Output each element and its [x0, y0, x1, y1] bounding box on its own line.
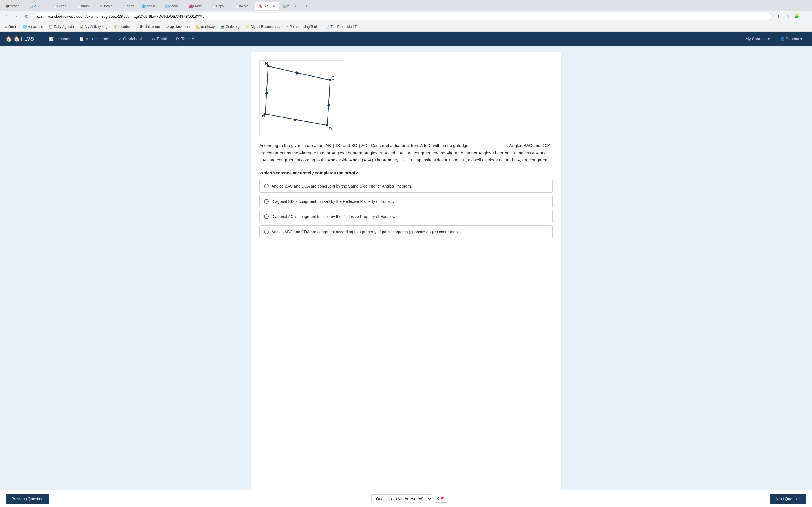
- choice-c-radio[interactable]: [264, 214, 269, 219]
- bookmark-digital-resources-label: Digital Resources...: [251, 25, 280, 29]
- bookmark-digital-resources[interactable]: 📁 Digital Resources...: [243, 24, 282, 30]
- tab-born[interactable]: ✳ Born a...: [96, 2, 119, 10]
- bookmark-ap-classroom-label: ap classroom: [170, 25, 190, 29]
- tab-born-label: Born a...: [103, 4, 115, 8]
- menu-icon[interactable]: ⋮: [802, 12, 810, 20]
- classroom-icon: 🎓: [139, 25, 143, 29]
- assessments-icon: 📋: [79, 37, 84, 41]
- nav-email[interactable]: ✉ Email: [148, 34, 170, 43]
- nav-lessons[interactable]: 📝 Lessons: [45, 34, 74, 43]
- tab-summ[interactable]: 📄 summ...: [73, 2, 96, 10]
- content-card: B C A D According to the given informati…: [251, 52, 561, 491]
- nav-gradebook[interactable]: ✔ Gradebook: [114, 34, 147, 43]
- tab-bar: 🎓 Acade... 📊 2022-... 📄 extrac... 📄 summ…: [0, 0, 812, 11]
- svg-marker-7: [327, 103, 331, 106]
- choice-d-text: Angles ABC and CDA are congruent accordi…: [271, 230, 459, 234]
- bookmark-activity-log[interactable]: 📊 My Activity Log: [77, 24, 110, 30]
- svg-marker-6: [265, 91, 268, 94]
- bookmark-icon[interactable]: ☆: [784, 12, 792, 20]
- new-tab-button[interactable]: +: [303, 3, 310, 9]
- flvs-nav: 🏠 🏠 FLVS 📝 Lessons 📋 Assessments ✔ Grade…: [0, 32, 812, 46]
- bookmark-codeorg-label: Code.org: [226, 25, 240, 29]
- bookmark-preamble[interactable]: 📄 The Preamble | Th...: [323, 24, 364, 30]
- bookmark-codeorg[interactable]: 💻 Code.org: [218, 24, 242, 30]
- tab-copy[interactable]: 📄 Copy ...: [208, 2, 231, 10]
- bookmark-gmail-label: Gmail: [8, 25, 17, 29]
- proof-text-middle: . Construct a diagonal from A to C with …: [368, 143, 470, 148]
- choice-a[interactable]: Angles BAC and DCA are congruent by the …: [259, 180, 553, 193]
- paraphrasing-icon: ✏: [286, 25, 289, 29]
- nav-assessments[interactable]: 📋 Assessments: [75, 34, 113, 43]
- tab-2022[interactable]: 📊 2022-...: [26, 2, 49, 10]
- tab-favicon: ✉: [123, 4, 125, 8]
- tab-exam[interactable]: 🔖 Exa... ✕: [255, 2, 279, 10]
- forward-button[interactable]: ›: [12, 12, 20, 20]
- bookmark-ap-classroom[interactable]: 🛡 ap classroom: [163, 24, 192, 30]
- tab-acade[interactable]: 🎓 Acade...: [2, 2, 26, 10]
- flag-count: 0: [437, 497, 439, 497]
- flvs-logo[interactable]: 🏠 🏠 FLVS: [6, 36, 34, 42]
- nav-gradebook-label: Gradebook: [123, 37, 143, 41]
- tab-favicon: 🌐: [141, 4, 146, 8]
- user-dropdown[interactable]: 👤 Sabrina ▾: [776, 34, 806, 43]
- user-chevron-icon: ▾: [801, 37, 802, 41]
- lessons-icon: 📝: [49, 37, 54, 41]
- download-icon[interactable]: ⬇: [775, 12, 783, 20]
- tab-florid[interactable]: 🌺 Florid...: [186, 2, 208, 10]
- bookmark-veracross[interactable]: 🌐 veracross: [20, 24, 45, 30]
- back-button[interactable]: ‹: [2, 12, 10, 20]
- svg-text:C: C: [331, 76, 335, 80]
- address-input[interactable]: [33, 13, 772, 20]
- svg-point-13: [329, 79, 331, 81]
- proof-text-before: According to the given information,: [259, 143, 324, 148]
- next-question-button[interactable]: Next Question: [770, 494, 806, 497]
- tab-nosla[interactable]: 📄 no sla...: [232, 2, 255, 10]
- previous-question-button[interactable]: Previous Question: [6, 494, 49, 497]
- reload-button[interactable]: ↻: [22, 12, 31, 20]
- tab-classroom[interactable]: 🌐 Classr...: [138, 2, 161, 10]
- geometry-diagram: B C A D: [259, 60, 344, 136]
- bookmark-veracross-label: veracross: [28, 25, 43, 29]
- nav-email-label: Email: [157, 37, 167, 41]
- veracross-icon: 🌐: [23, 25, 27, 29]
- tab-acade2[interactable]: 🌐 Acade...: [161, 2, 185, 10]
- choice-c[interactable]: Diagonal AC is congruent to itself by th…: [259, 210, 553, 223]
- bookmarks-bar: ✉ Gmail 🌐 veracross 📋 Daily Agenda 📊 My …: [0, 22, 812, 32]
- mathway-icon: 📐: [196, 25, 200, 29]
- choice-a-radio[interactable]: [264, 184, 269, 188]
- tab-close-icon[interactable]: ✕: [273, 4, 275, 8]
- tab-inbox[interactable]: ✉ Inbox: [119, 2, 137, 10]
- flag-button[interactable]: 0 🚩: [434, 495, 448, 497]
- svg-point-15: [264, 113, 266, 115]
- user-name: Sabrina: [786, 37, 799, 41]
- nav-tools[interactable]: ⚙ Tools ▾: [172, 34, 198, 43]
- nav-assessments-label: Assessments: [86, 37, 109, 41]
- membean-icon: 🌱: [113, 25, 117, 29]
- tab-favicon: 📄: [235, 4, 239, 8]
- bookmark-gmail[interactable]: ✉ Gmail: [2, 24, 19, 30]
- bookmark-paraphrasing-label: Paraphrasing Tool...: [290, 25, 320, 29]
- activity-log-icon: 📊: [80, 25, 84, 29]
- bottom-bar: Previous Question Question 1 (Not Answer…: [0, 490, 812, 497]
- question-prompt: Which sentence accurately completes the …: [259, 170, 553, 175]
- nav-right: My Courses ▾ 👤 Sabrina ▾: [742, 34, 806, 43]
- extension-icon[interactable]: 🧩: [793, 12, 801, 20]
- tab-v19[interactable]: 🏢 v19 C...: [280, 2, 302, 10]
- diagram-area: B C A D: [259, 60, 553, 136]
- question-select[interactable]: Question 1 (Not Answered): [371, 494, 432, 497]
- choice-d-radio[interactable]: [264, 230, 269, 234]
- choice-d[interactable]: Angles ABC and CDA are congruent accordi…: [259, 225, 553, 238]
- bookmark-membean[interactable]: 🌱 membean: [111, 24, 136, 30]
- bookmark-classroom[interactable]: 🎓 classroom: [137, 24, 162, 30]
- my-courses-dropdown[interactable]: My Courses ▾: [742, 34, 774, 43]
- bookmark-mathway[interactable]: 📐 mathway: [194, 24, 217, 30]
- tab-favicon: 📄: [76, 4, 80, 8]
- svg-point-12: [267, 65, 269, 67]
- question-selector: Question 1 (Not Answered) 0 🚩: [371, 494, 448, 497]
- bookmark-paraphrasing[interactable]: ✏ Paraphrasing Tool...: [283, 24, 322, 30]
- bookmark-daily-agenda[interactable]: 📋 Daily Agenda: [46, 24, 76, 30]
- choice-b[interactable]: Diagonal BD is congruent to itself by th…: [259, 195, 553, 208]
- choice-b-radio[interactable]: [264, 199, 269, 204]
- codeorg-icon: 💻: [220, 25, 225, 29]
- tab-extrac[interactable]: 📄 extrac...: [49, 2, 72, 10]
